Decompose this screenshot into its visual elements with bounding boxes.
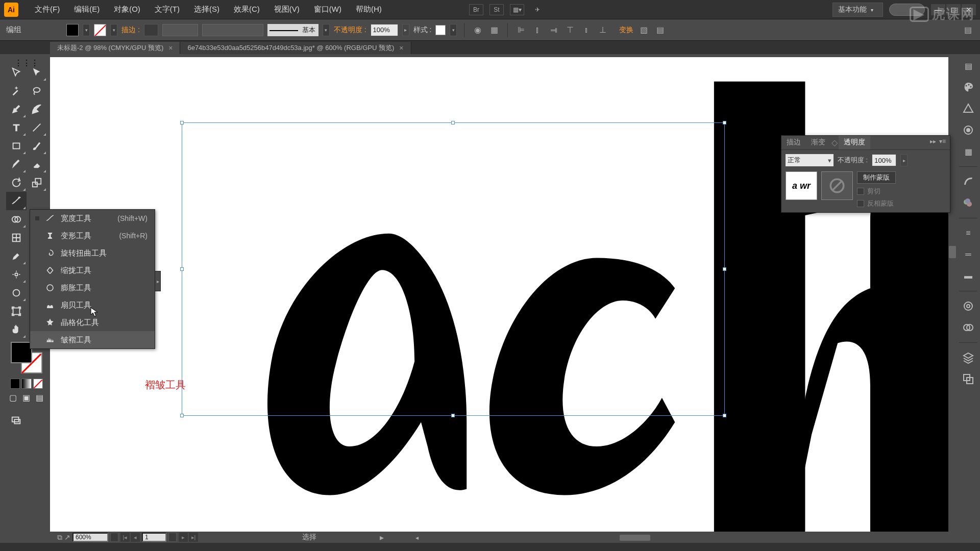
eyedropper-tool[interactable] <box>6 247 27 265</box>
align-center-icon[interactable]: ⫿ <box>531 24 544 36</box>
artboard-tool-a[interactable] <box>6 284 27 302</box>
first-page-icon[interactable]: |◂ <box>120 533 130 542</box>
invert-checkbox[interactable]: 反相蒙版 <box>857 199 896 208</box>
rectangle-tool[interactable] <box>6 137 27 155</box>
stock-icon[interactable]: St <box>489 4 504 15</box>
opacity-input[interactable] <box>371 24 398 36</box>
line-tool[interactable] <box>27 118 47 137</box>
flyout-wrinkle-tool[interactable]: 皱褶工具 <box>30 331 155 348</box>
menu-effect[interactable]: 效果(C) <box>227 3 267 16</box>
width-tool[interactable] <box>6 192 27 210</box>
bridge-icon[interactable]: Br <box>469 4 483 15</box>
fill-dropdown[interactable] <box>83 24 90 36</box>
zoom-dropdown[interactable] <box>110 533 118 542</box>
workspace-selector[interactable]: 基本功能 <box>832 3 883 17</box>
next-page-icon[interactable]: ▸ <box>179 533 188 542</box>
vertical-scrollbar[interactable] <box>948 57 957 532</box>
screen-mode-normal[interactable]: ▢ <box>6 391 19 404</box>
opacity-label[interactable]: 不透明度 : <box>334 26 366 35</box>
menu-window[interactable]: 窗口(W) <box>307 3 349 16</box>
nav-icon[interactable]: ⧉ <box>57 533 62 542</box>
stroke-dropdown[interactable] <box>110 24 117 36</box>
panel-menu-icon[interactable]: ▤ <box>962 24 974 36</box>
brush-selector[interactable]: 基本 <box>267 24 318 36</box>
make-mask-button[interactable]: 制作蒙版 <box>857 171 896 184</box>
shape-builder-tool[interactable] <box>6 210 27 229</box>
style-dropdown[interactable] <box>450 24 457 36</box>
screen-switch-icon[interactable] <box>6 411 27 430</box>
canvas[interactable] <box>50 57 948 532</box>
align-top-icon[interactable]: ⊤ <box>564 24 576 36</box>
menu-type[interactable]: 文字(T) <box>148 3 187 16</box>
prev-page-icon[interactable]: ◂ <box>131 533 140 542</box>
stroke-icon[interactable] <box>960 173 977 190</box>
panel-opacity-input[interactable] <box>872 154 896 166</box>
scale-tool[interactable] <box>27 173 47 192</box>
close-icon[interactable]: × <box>399 44 403 52</box>
transform-link[interactable]: 变换 <box>619 26 633 35</box>
isolate-icon[interactable]: ▧ <box>638 24 650 36</box>
collapse-icon[interactable]: ▸▸ <box>930 138 936 147</box>
flyout-tearoff-icon[interactable]: ▸ <box>155 271 161 291</box>
arrange-icon[interactable]: ▦▾ <box>510 4 524 15</box>
style-swatch[interactable] <box>435 25 446 35</box>
pathfinder-icon[interactable]: ▬ <box>960 267 977 285</box>
tab-doc2[interactable]: 6e74b33e53d0aa5d5256b47d49dc53a.jpg* @ 6… <box>180 42 411 54</box>
gradient-tab[interactable]: 渐变 <box>806 136 830 149</box>
menu-file[interactable]: 文件(F) <box>28 3 67 16</box>
graphic-styles-icon[interactable] <box>960 319 977 336</box>
menu-help[interactable]: 帮助(H) <box>349 3 389 16</box>
color-icon[interactable] <box>960 79 977 96</box>
color-mode-gradient[interactable] <box>21 379 31 389</box>
stroke-label[interactable]: 描边 : <box>121 26 140 35</box>
object-thumbnail[interactable]: a wr <box>786 171 817 200</box>
clip-checkbox[interactable]: 剪切 <box>857 187 896 196</box>
appearance-icon[interactable] <box>960 297 977 315</box>
status-arrow-icon[interactable]: ▸ <box>380 533 384 542</box>
free-transform-tool[interactable] <box>27 192 47 210</box>
menu-object[interactable]: 对象(O) <box>107 3 148 16</box>
export-icon[interactable]: ↗ <box>64 533 70 541</box>
flyout-bloat-tool[interactable]: 膨胀工具 <box>30 279 155 296</box>
eraser-tool[interactable] <box>27 155 47 173</box>
zoom-input[interactable] <box>72 533 108 542</box>
menu-edit[interactable]: 编辑(E) <box>67 3 107 16</box>
menu-view[interactable]: 视图(V) <box>267 3 307 16</box>
selection-tool[interactable] <box>6 63 27 82</box>
color-mode-none[interactable] <box>33 379 43 389</box>
gradient-panel-icon[interactable] <box>960 194 977 212</box>
magic-wand-tool[interactable] <box>6 82 27 100</box>
panel-menu-icon[interactable]: ▾≡ <box>939 138 946 147</box>
flyout-warp-tool[interactable]: 变形工具 (Shift+R) <box>30 227 155 244</box>
brush-dropdown[interactable] <box>323 24 330 36</box>
properties-icon[interactable]: ▤ <box>960 57 977 74</box>
screen-mode-present[interactable]: ▤ <box>33 391 46 404</box>
pen-tool[interactable] <box>6 100 27 118</box>
stroke-swatch[interactable] <box>94 24 106 36</box>
recolor-icon[interactable]: ◉ <box>472 24 484 36</box>
artboards-icon[interactable] <box>960 370 977 388</box>
artboard-tool[interactable] <box>6 302 27 320</box>
fill-color[interactable] <box>11 342 32 363</box>
scroll-thumb[interactable] <box>620 535 650 541</box>
blend-mode-select[interactable]: 正常 <box>786 154 834 166</box>
brush-tool[interactable] <box>27 137 47 155</box>
symbol-sprayer-tool[interactable] <box>6 265 27 284</box>
color-mode-solid[interactable] <box>10 379 20 389</box>
lasso-tool[interactable] <box>27 82 47 100</box>
hand-tool[interactable] <box>6 320 27 339</box>
flyout-twirl-tool[interactable]: 旋转扭曲工具 <box>30 244 155 262</box>
swatches-icon[interactable] <box>960 100 977 117</box>
tab-doc1[interactable]: 未标题-2 @ 98% (CMYK/GPU 预览) × <box>50 42 180 54</box>
scroll-thumb[interactable] <box>949 246 956 258</box>
mask-thumbnail[interactable] <box>821 171 853 200</box>
panel-strip-left[interactable] <box>0 54 6 543</box>
transparency-tab[interactable]: 透明度 <box>839 136 870 149</box>
brushes-icon[interactable] <box>960 121 977 139</box>
align-right-icon[interactable]: ⫥ <box>548 24 560 36</box>
close-icon[interactable]: × <box>168 44 173 52</box>
layers-icon[interactable] <box>960 349 977 366</box>
page-input[interactable] <box>142 533 166 542</box>
opacity-slider-icon[interactable]: ▸ <box>900 154 908 166</box>
flyout-pucker-tool[interactable]: 缩拢工具 <box>30 262 155 279</box>
